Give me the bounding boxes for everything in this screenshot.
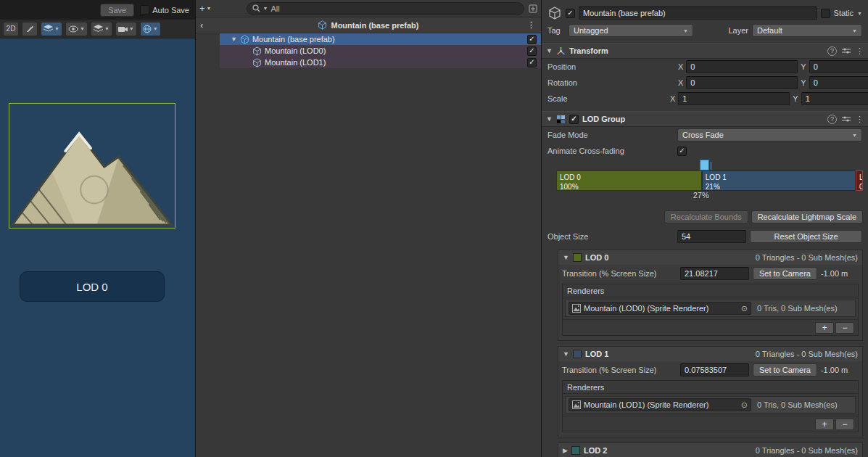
rotation-x-field[interactable] [686, 76, 798, 89]
animate-crossfade-checkbox[interactable]: ✓ [677, 147, 687, 156]
add-object-button[interactable]: +▼ [199, 3, 212, 14]
active-checkbox[interactable]: ✓ [566, 9, 575, 18]
kebab-menu-icon[interactable]: ⋮ [856, 115, 864, 124]
scene-view-panel: Save Auto Save 2D ▼ ▼ ▼ [0, 0, 196, 457]
add-renderer-button[interactable]: + [815, 322, 834, 334]
hierarchy-row-lod1[interactable]: Mountain (LOD1) ✓ [196, 57, 541, 68]
presets-icon[interactable] [842, 115, 851, 123]
foldout-arrow-icon[interactable]: ▶ [563, 447, 568, 454]
renderers-footer: + − [563, 319, 858, 335]
shading-mode-button[interactable]: ▼ [41, 22, 62, 36]
chevron-down-icon[interactable]: ▼ [857, 11, 862, 16]
lod1-color-swatch [573, 350, 582, 358]
paint-tool-button[interactable] [22, 22, 38, 36]
add-renderer-button[interactable]: + [815, 419, 834, 430]
cube-icon [252, 58, 262, 67]
lod0-summary: 0 Triangles - 0 Sub Mesh(es) [756, 253, 858, 262]
renderer-object-field[interactable]: Mountain (LOD1) (Sprite Renderer) ⊙ [569, 398, 751, 411]
object-name-field[interactable] [579, 7, 817, 20]
save-button[interactable]: Save [100, 4, 134, 17]
position-x-field[interactable] [686, 60, 798, 73]
object-picker-icon[interactable]: ⊙ [741, 400, 748, 410]
foldout-arrow-icon[interactable]: ▼ [546, 115, 553, 123]
foldout-arrow-icon[interactable]: ▼ [563, 350, 569, 358]
tag-dropdown[interactable]: Untagged ▼ [569, 24, 693, 37]
lod1-set-to-camera-button[interactable]: Set to Camera [753, 363, 817, 376]
layers-icon [94, 25, 103, 33]
transform-component-header[interactable]: ▼ Transform ? ⋮ [542, 43, 868, 59]
recalculate-lightmap-button[interactable]: Recalculate Lightmap Scale [751, 210, 863, 223]
presets-icon[interactable] [842, 47, 851, 54]
rotation-row: Rotation X Y Z [542, 75, 868, 91]
sprite-renderer-icon [572, 400, 581, 409]
layers-button[interactable]: ▼ [91, 22, 112, 36]
remove-renderer-button[interactable]: − [835, 419, 854, 430]
renderers-label: Renderers [563, 381, 858, 394]
object-picker-icon[interactable]: ⊙ [741, 304, 748, 313]
scene-canvas[interactable]: LOD 0 [0, 38, 195, 457]
lod0-transition-field[interactable] [680, 267, 749, 280]
hierarchy-search-field[interactable]: ▼ All [247, 2, 524, 15]
kebab-menu-icon[interactable]: ⋮ [856, 46, 864, 56]
rotation-y-field[interactable] [809, 76, 868, 89]
lod1-header[interactable]: ▼ LOD 1 0 Triangles - 0 Sub Mesh(es) [558, 347, 862, 361]
recalculate-bounds-button[interactable]: Recalculate Bounds [664, 210, 748, 223]
component-enabled-checkbox[interactable]: ✓ [569, 115, 579, 124]
fade-mode-dropdown[interactable]: Cross Fade ▼ [677, 128, 862, 141]
lod0-transition-row: Transition (% Screen Size) Set to Camera… [558, 265, 862, 282]
search-filter-value: All [270, 4, 279, 13]
prefab-mode-bar: Save Auto Save [0, 0, 195, 20]
camera-button[interactable]: ▼ [115, 22, 137, 36]
remove-renderer-button[interactable]: − [835, 322, 854, 334]
lod0-set-to-camera-button[interactable]: Set to Camera [753, 267, 817, 280]
renderers-footer: + − [563, 416, 858, 432]
reset-object-size-button[interactable]: Reset Object Size [750, 230, 862, 243]
lod1-distance: -1.00 m [821, 366, 848, 374]
chevron-down-icon: ▼ [129, 26, 134, 31]
lod-bar-segment-0[interactable]: LOD 0 100% [556, 170, 702, 191]
lod1-transition-field[interactable] [680, 363, 749, 376]
lod1-transition-row: Transition (% Screen Size) Set to Camera… [558, 361, 862, 379]
object-size-field[interactable] [677, 230, 746, 243]
scene-visibility-icon[interactable] [529, 4, 537, 13]
help-icon[interactable]: ? [827, 115, 837, 124]
mode-2d-button[interactable]: 2D [3, 22, 19, 36]
auto-save-checkbox[interactable] [140, 5, 149, 15]
sprite-selection-bounds[interactable] [9, 103, 175, 228]
kebab-menu-icon[interactable]: ⋮ [527, 20, 535, 30]
recalculate-row: Recalculate Bounds Recalculate Lightmap … [542, 210, 868, 223]
expand-arrow-icon[interactable]: ▼ [231, 36, 237, 43]
camera-icon [118, 25, 128, 33]
lod-bar-segment-1[interactable]: LOD 1 21% [702, 170, 856, 191]
lod-group-component-header[interactable]: ▼ ✓ LOD Group ? ⋮ [542, 111, 868, 127]
active-checkbox[interactable]: ✓ [527, 35, 537, 44]
scale-y-field[interactable] [801, 92, 868, 105]
scene-gizmos-button[interactable]: ▼ [140, 22, 161, 36]
hierarchy-row-lod0[interactable]: Mountain (LOD0) ✓ [196, 45, 541, 57]
visibility-button[interactable]: ▼ [65, 22, 88, 36]
foldout-arrow-icon[interactable]: ▼ [563, 254, 569, 261]
static-checkbox[interactable] [821, 9, 830, 18]
lod-slider-playhead[interactable] [700, 160, 709, 170]
lod-bar-segment-culled[interactable]: L 0 [856, 170, 863, 191]
renderer-object-field[interactable]: Mountain (LOD0) (Sprite Renderer) ⊙ [569, 302, 751, 315]
hierarchy-row-root[interactable]: ▼ Mountain (base prefab) ✓ [196, 33, 541, 45]
lod-bar: LOD 0 100% LOD 1 21% L 0 [556, 170, 863, 191]
auto-save-toggle[interactable]: Auto Save [140, 5, 189, 15]
back-arrow-icon[interactable]: ‹ [200, 20, 203, 30]
sprite-renderer-icon [572, 304, 581, 313]
help-icon[interactable]: ? [827, 46, 837, 56]
lod1-renderer-row[interactable]: Mountain (LOD1) (Sprite Renderer) ⊙ 0 Tr… [565, 396, 856, 413]
inspector-panel: ✓ Static ▼ Tag Untagged ▼ Layer Default … [542, 0, 868, 457]
lod0-header[interactable]: ▼ LOD 0 0 Triangles - 0 Sub Mesh(es) [558, 250, 862, 265]
active-checkbox[interactable]: ✓ [527, 58, 537, 67]
active-checkbox[interactable]: ✓ [527, 46, 537, 56]
scale-x-field[interactable] [678, 92, 790, 105]
lod0-renderer-row[interactable]: Mountain (LOD0) (Sprite Renderer) ⊙ 0 Tr… [565, 300, 856, 317]
layer-dropdown[interactable]: Default ▼ [752, 24, 862, 37]
brush-icon [25, 25, 34, 33]
foldout-arrow-icon[interactable]: ▼ [546, 47, 553, 54]
lod2-header[interactable]: ▶ LOD 2 0 Triangles - 0 Sub Mesh(es) [558, 443, 862, 457]
position-y-field[interactable] [809, 60, 868, 73]
inspector-header: ✓ Static ▼ [542, 4, 868, 22]
